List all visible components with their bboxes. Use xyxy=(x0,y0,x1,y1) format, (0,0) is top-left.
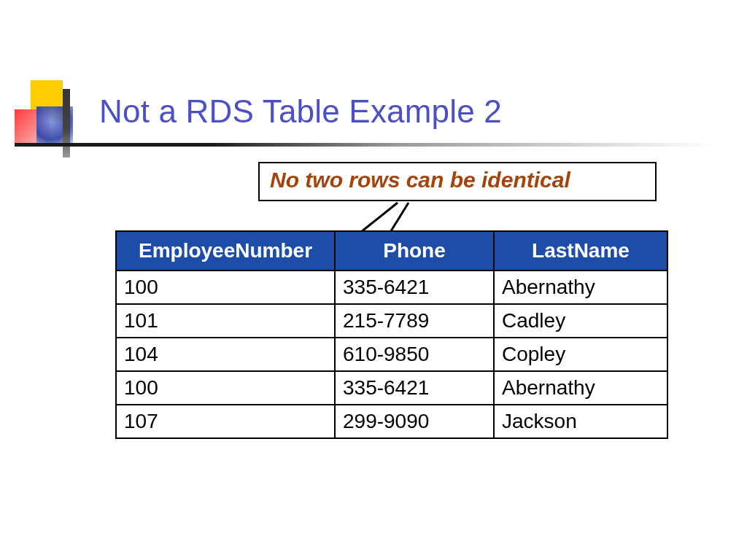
cell-lastname: Cadley xyxy=(494,304,667,338)
cell-phone: 215-7789 xyxy=(335,304,494,338)
cell-employee-number: 101 xyxy=(116,304,335,338)
cell-employee-number: 104 xyxy=(116,338,335,371)
col-header-lastname: LastName xyxy=(494,231,667,271)
cell-lastname: Copley xyxy=(494,338,667,371)
cell-phone: 610-9850 xyxy=(335,338,494,371)
cell-employee-number: 100 xyxy=(116,271,335,304)
col-header-employee-number: EmployeeNumber xyxy=(116,231,335,271)
cell-lastname: Abernathy xyxy=(494,271,667,304)
cell-lastname: Jackson xyxy=(494,405,667,438)
employee-table: EmployeeNumber Phone LastName 100 335-64… xyxy=(115,230,668,439)
cell-lastname: Abernathy xyxy=(494,371,667,405)
col-header-phone: Phone xyxy=(335,231,494,271)
cell-phone: 299-9090 xyxy=(335,405,494,438)
table-row: 101 215-7789 Cadley xyxy=(116,304,667,338)
cell-employee-number: 107 xyxy=(116,405,335,438)
table-row: 104 610-9850 Copley xyxy=(116,338,667,371)
table-header-row: EmployeeNumber Phone LastName xyxy=(116,231,667,271)
table-row: 100 335-6421 Abernathy xyxy=(116,371,667,405)
table-row: 100 335-6421 Abernathy xyxy=(116,271,667,304)
cell-phone: 335-6421 xyxy=(335,271,494,304)
cell-employee-number: 100 xyxy=(116,371,335,405)
cell-phone: 335-6421 xyxy=(335,371,494,405)
table-row: 107 299-9090 Jackson xyxy=(116,405,667,438)
